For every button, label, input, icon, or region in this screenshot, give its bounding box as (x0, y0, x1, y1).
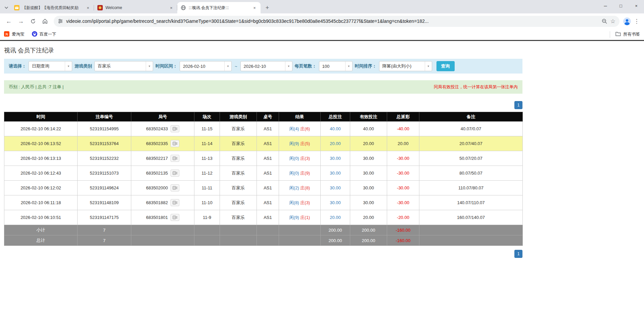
player-result: 闲(9) (289, 141, 299, 146)
total-bet-link[interactable]: 30.00 (330, 171, 341, 176)
sort-order-select[interactable]: 降冪(由大到小) ▼ (379, 61, 432, 71)
game-type-value: 百家乐 (95, 61, 146, 71)
footer-cell: 总计 (4, 235, 78, 246)
minimize-button[interactable]: ─ (598, 0, 613, 11)
player-result: 闲(8) (289, 200, 299, 205)
footer-cell (131, 225, 194, 235)
player-result: 闲(2) (289, 185, 299, 190)
mail-favicon-icon (14, 5, 19, 10)
query-button[interactable]: 查询 (436, 61, 455, 71)
date-to-select[interactable]: 2026-02-10 ▼ (240, 61, 292, 71)
payout-cell: -30.00 (387, 195, 419, 210)
banker-result: 庄(8) (300, 185, 310, 190)
forward-button[interactable]: → (15, 16, 26, 27)
menu-kebab-icon[interactable]: ⋮ (633, 18, 641, 25)
chevron-down-icon: ▼ (65, 61, 72, 71)
bookmark-item-taobao[interactable]: 淘 爱淘宝 (4, 31, 25, 38)
result-cell: 闲(0) 庄(3) (279, 151, 321, 166)
query-type-value: 日期查询 (29, 61, 65, 71)
page-number-button[interactable]: 1 (514, 101, 522, 109)
tab-welcome[interactable]: Welcome × (94, 2, 177, 13)
close-window-button[interactable]: × (629, 0, 644, 11)
video-replay-button[interactable] (171, 199, 179, 206)
banker-result: 庄(9) (300, 171, 310, 176)
tab-close-icon[interactable]: × (85, 5, 91, 10)
footer-cell (419, 235, 523, 246)
game-type-cell: 百家乐 (220, 210, 257, 225)
bet-record-row: 2026-02-10 06:10:51523191147175683501801… (4, 210, 523, 225)
date-from-select[interactable]: 2026-02-10 ▼ (180, 61, 232, 71)
payout-cell: 20.00 (387, 136, 419, 151)
player-result: 闲(9) (289, 215, 299, 220)
new-tab-button[interactable]: + (263, 3, 272, 12)
query-type-select[interactable]: 日期查询 ▼ (29, 61, 72, 71)
footer-cell (419, 225, 523, 235)
total-bet-link[interactable]: 20.00 (330, 141, 341, 146)
back-button[interactable]: ← (3, 16, 14, 27)
bookmark-star-icon[interactable]: ☆ (610, 18, 615, 25)
zoom-icon[interactable] (601, 18, 607, 24)
round-number: 683502217 (146, 156, 168, 161)
video-replay-button[interactable] (171, 184, 179, 191)
total-bet-link[interactable]: 30.00 (330, 156, 341, 161)
pagination-top: 1 (4, 101, 522, 109)
footer-cell: 小计 (4, 225, 78, 235)
bookmark-item-baidu[interactable]: 百度一下 (32, 31, 56, 38)
total-bet-cell: 40.00 (321, 122, 350, 136)
game-type-select[interactable]: 百家乐 ▼ (94, 61, 153, 71)
time-cell: 2026-02-10 06:12:02 (4, 181, 78, 195)
tab-close-icon[interactable]: × (252, 5, 257, 10)
taobao-icon: 淘 (4, 31, 9, 38)
address-bar[interactable]: videoie.com/ipl/portal.php/game/betrecor… (54, 16, 619, 27)
total-bet-link[interactable]: 40.00 (330, 126, 341, 131)
total-bet-link[interactable]: 30.00 (330, 200, 341, 205)
per-page-value: 100 (319, 61, 345, 71)
video-replay-button[interactable] (171, 214, 179, 221)
tab-betrecord-active[interactable]: :::视讯 会员下注纪录::: × (177, 2, 261, 13)
tune-icon[interactable] (58, 18, 63, 24)
tab-close-icon[interactable]: × (169, 5, 174, 10)
tab-strip: 【新提醒】【海燕优质回帖奖励 × Welcome × :::视讯 会员下注纪录:… (0, 0, 644, 13)
round-number: 683502433 (146, 126, 168, 131)
column-header: 总投注 (321, 112, 350, 122)
bet-id-cell: 523191153764 (78, 136, 131, 151)
table-number-cell: AS1 (257, 122, 279, 136)
sort-order-label: 时间排序： (355, 63, 377, 69)
tab-list-chevron-icon[interactable] (2, 2, 11, 13)
video-replay-button[interactable] (171, 155, 179, 162)
tab-haiyan-forum[interactable]: 【新提醒】【海燕优质回帖奖励 × (11, 2, 94, 13)
globe-favicon-icon (181, 5, 186, 10)
bookmarks-bar: 淘 爱淘宝 百度一下 所有书签 (0, 29, 644, 40)
total-bet-link[interactable]: 30.00 (330, 185, 341, 190)
all-bookmarks-button[interactable]: 所有书签 (610, 31, 640, 38)
table-number-cell: AS1 (257, 195, 279, 210)
table-number-cell: AS1 (257, 166, 279, 181)
player-result: 闲(0) (289, 156, 299, 161)
refresh-button[interactable] (28, 16, 38, 27)
page-number-button[interactable]: 1 (514, 250, 522, 258)
video-replay-button[interactable] (171, 125, 179, 132)
round-number: 683501882 (146, 200, 168, 205)
profile-icon[interactable] (623, 17, 631, 26)
game-type-cell: 百家乐 (220, 166, 257, 181)
bet-record-row: 2026-02-10 06:13:52523191153764683502335… (4, 136, 523, 151)
total-bet-cell: 20.00 (321, 136, 350, 151)
bet-record-row: 2026-02-10 06:12:43523191151073683502135… (4, 166, 523, 181)
video-replay-button[interactable] (171, 140, 179, 147)
bet-record-row: 2026-02-10 06:14:22523191154995683502433… (4, 122, 523, 136)
date-to-value: 2026-02-10 (241, 61, 285, 71)
chevron-down-icon: ▼ (285, 61, 292, 71)
total-bet-link[interactable]: 20.00 (330, 215, 341, 220)
banker-result: 庄(1) (300, 215, 310, 220)
payout-cell: -20.00 (387, 210, 419, 225)
per-page-select[interactable]: 100 ▼ (319, 61, 353, 71)
valid-bet-cell: 20.00 (350, 210, 387, 225)
maximize-button[interactable]: □ (613, 0, 629, 11)
video-replay-button[interactable] (171, 170, 179, 177)
payout-cell: -40.00 (387, 122, 419, 136)
window-controls: ─ □ × (598, 0, 644, 11)
time-cell: 2026-02-10 06:13:52 (4, 136, 78, 151)
footer-cell (220, 225, 257, 235)
home-button[interactable] (40, 16, 50, 27)
banker-result: 庄(3) (300, 200, 310, 205)
